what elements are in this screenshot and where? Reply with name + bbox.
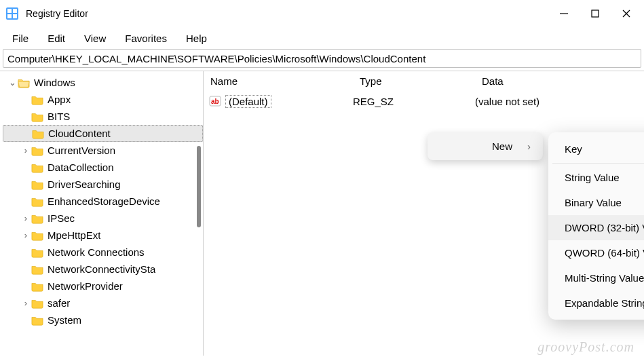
- list-header: Name Type Data: [204, 71, 644, 92]
- tree-node-bits[interactable]: BITS: [3, 108, 203, 125]
- maximize-icon[interactable]: [590, 8, 601, 19]
- main-split: WindowsAppxBITSCloudContentCurrentVersio…: [0, 71, 644, 356]
- folder-icon: [31, 281, 43, 292]
- submenu-key[interactable]: Key: [548, 136, 644, 162]
- value-name: (Default): [225, 95, 271, 108]
- address-bar[interactable]: Computer\HKEY_LOCAL_MACHINE\SOFTWARE\Pol…: [3, 49, 641, 68]
- menu-bar: File Edit View Favorites Help: [0, 27, 644, 49]
- menu-view[interactable]: View: [76, 30, 114, 47]
- context-new-submenu: Key String Value Binary Value DWORD (32-…: [548, 132, 644, 320]
- tree-node-ipsec[interactable]: IPSec: [3, 210, 203, 227]
- tree-node-safer[interactable]: safer: [3, 295, 203, 311]
- value-type: REG_SZ: [353, 96, 475, 107]
- chevron-right-icon[interactable]: [20, 298, 31, 308]
- watermark: groovyPost.com: [537, 339, 634, 355]
- menu-edit[interactable]: Edit: [39, 30, 73, 47]
- list-row[interactable]: ab(Default)REG_SZ(value not set): [204, 92, 644, 111]
- tree-node-networkconnectivitysta[interactable]: NetworkConnectivitySta: [3, 261, 203, 278]
- tree-node-label: DataCollection: [48, 162, 114, 173]
- folder-icon: [31, 162, 43, 173]
- tree-node-label: CurrentVersion: [48, 145, 115, 156]
- tree-node-label: BITS: [48, 111, 70, 122]
- chevron-right-icon[interactable]: [20, 230, 31, 240]
- submenu-separator: [552, 163, 644, 164]
- svg-rect-6: [592, 10, 599, 17]
- folder-icon: [31, 230, 43, 241]
- context-new-label: New: [492, 140, 512, 152]
- tree-node-label: NetworkProvider: [48, 280, 123, 292]
- context-menu: New › Key String Value Binary Value DWOR…: [428, 132, 644, 320]
- submenu-multi[interactable]: Multi-String Value: [548, 265, 644, 290]
- menu-file[interactable]: File: [4, 30, 37, 47]
- value-data: (value not set): [475, 96, 644, 107]
- folder-open-icon: [18, 77, 30, 88]
- col-header-name[interactable]: Name: [204, 71, 353, 92]
- tree-node-label: safer: [48, 297, 70, 309]
- tree-node-label: MpeHttpExt: [48, 229, 100, 241]
- folder-icon: [31, 145, 43, 156]
- submenu-expand[interactable]: Expandable String Value: [548, 290, 644, 316]
- value-list-pane[interactable]: Name Type Data ab(Default)REG_SZ(value n…: [204, 71, 644, 356]
- tree-node-networkprovider[interactable]: NetworkProvider: [3, 278, 203, 295]
- address-path: Computer\HKEY_LOCAL_MACHINE\SOFTWARE\Pol…: [7, 53, 425, 64]
- tree-node-currentversion[interactable]: CurrentVersion: [3, 142, 203, 159]
- svg-rect-3: [7, 14, 12, 18]
- tree-node-label: Appx: [48, 94, 71, 105]
- submenu-dword[interactable]: DWORD (32-bit) Value: [548, 215, 644, 240]
- svg-rect-2: [13, 9, 17, 13]
- chevron-right-icon[interactable]: [20, 213, 31, 223]
- tree-scrollbar-thumb[interactable]: [197, 146, 201, 227]
- tree-node-network-connections[interactable]: Network Connections: [3, 244, 203, 261]
- tree-node-label: DriverSearching: [48, 178, 121, 190]
- col-header-data[interactable]: Data: [475, 71, 644, 92]
- folder-icon: [31, 264, 43, 275]
- tree-pane[interactable]: WindowsAppxBITSCloudContentCurrentVersio…: [0, 71, 204, 356]
- tree-node-system[interactable]: System: [3, 311, 203, 328]
- folder-icon: [31, 94, 43, 105]
- tree-node-label: CloudContent: [48, 128, 111, 139]
- col-header-type[interactable]: Type: [353, 71, 475, 92]
- svg-rect-4: [13, 14, 17, 18]
- tree-node-label: Windows: [34, 77, 75, 88]
- submenu-string[interactable]: String Value: [548, 165, 644, 190]
- chevron-right-icon[interactable]: [20, 145, 31, 155]
- close-icon[interactable]: [621, 8, 632, 19]
- folder-icon: [31, 298, 43, 309]
- folder-icon: [31, 213, 43, 224]
- string-value-icon: ab: [209, 95, 221, 107]
- tree-node-cloudcontent[interactable]: CloudContent: [3, 125, 203, 142]
- chevron-down-icon[interactable]: [7, 77, 18, 88]
- svg-rect-1: [7, 9, 12, 13]
- tree-node-appx[interactable]: Appx: [3, 91, 203, 108]
- folder-icon: [31, 179, 43, 190]
- tree-node-label: System: [48, 314, 81, 326]
- tree-node-label: EnhancedStorageDevice: [48, 195, 160, 207]
- menu-favorites[interactable]: Favorites: [117, 30, 175, 47]
- tree-node-enhancedstoragedevice[interactable]: EnhancedStorageDevice: [3, 193, 203, 210]
- folder-icon: [31, 196, 43, 207]
- tree-node-mpehttpext[interactable]: MpeHttpExt: [3, 227, 203, 244]
- svg-text:ab: ab: [211, 98, 219, 105]
- folder-icon: [31, 247, 43, 258]
- menu-help[interactable]: Help: [178, 30, 215, 47]
- tree-node-label: IPSec: [48, 212, 75, 224]
- window-controls: [558, 8, 632, 19]
- tree-node-datacollection[interactable]: DataCollection: [3, 159, 203, 176]
- chevron-right-icon: ›: [527, 140, 531, 152]
- tree-node-label: Network Connections: [48, 246, 145, 258]
- tree-node-label: NetworkConnectivitySta: [48, 263, 155, 275]
- context-new-item[interactable]: New ›: [428, 132, 543, 160]
- regedit-icon: [5, 7, 19, 20]
- folder-icon: [31, 315, 43, 326]
- window-title: Registry Editor: [26, 8, 558, 19]
- tree-node-driversearching[interactable]: DriverSearching: [3, 176, 203, 193]
- folder-icon: [32, 128, 44, 139]
- minimize-icon[interactable]: [558, 8, 569, 19]
- submenu-qword[interactable]: QWORD (64-bit) Value: [548, 240, 644, 265]
- title-bar: Registry Editor: [0, 0, 644, 27]
- submenu-binary[interactable]: Binary Value: [548, 190, 644, 215]
- folder-icon: [31, 111, 43, 122]
- tree-node-windows[interactable]: Windows: [3, 74, 203, 91]
